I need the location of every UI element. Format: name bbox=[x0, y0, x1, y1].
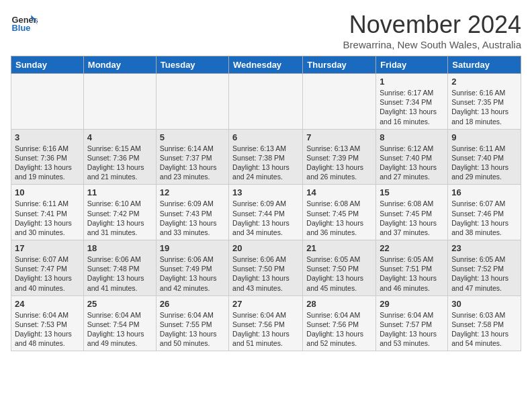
calendar-cell bbox=[229, 74, 303, 130]
day-info: Sunrise: 6:09 AM Sunset: 7:44 PM Dayligh… bbox=[232, 199, 299, 237]
day-info: Sunrise: 6:05 AM Sunset: 7:50 PM Dayligh… bbox=[306, 255, 372, 293]
day-info: Sunrise: 6:16 AM Sunset: 7:35 PM Dayligh… bbox=[451, 88, 517, 126]
calendar-cell: 28Sunrise: 6:04 AM Sunset: 7:56 PM Dayli… bbox=[303, 295, 376, 351]
calendar-cell: 18Sunrise: 6:06 AM Sunset: 7:48 PM Dayli… bbox=[83, 240, 156, 296]
day-number: 26 bbox=[160, 299, 225, 309]
calendar-cell: 26Sunrise: 6:04 AM Sunset: 7:55 PM Dayli… bbox=[156, 295, 228, 351]
calendar-cell: 1Sunrise: 6:17 AM Sunset: 7:34 PM Daylig… bbox=[376, 74, 448, 130]
day-info: Sunrise: 6:13 AM Sunset: 7:38 PM Dayligh… bbox=[232, 144, 299, 182]
calendar-cell: 25Sunrise: 6:04 AM Sunset: 7:54 PM Dayli… bbox=[83, 295, 156, 351]
calendar-cell: 21Sunrise: 6:05 AM Sunset: 7:50 PM Dayli… bbox=[303, 240, 376, 296]
calendar-cell bbox=[11, 74, 84, 130]
day-info: Sunrise: 6:04 AM Sunset: 7:54 PM Dayligh… bbox=[87, 310, 152, 349]
calendar-cell: 20Sunrise: 6:06 AM Sunset: 7:50 PM Dayli… bbox=[229, 240, 303, 296]
day-number: 5 bbox=[160, 132, 225, 142]
day-info: Sunrise: 6:17 AM Sunset: 7:34 PM Dayligh… bbox=[380, 88, 444, 126]
day-header-thursday: Thursday bbox=[303, 56, 376, 74]
day-info: Sunrise: 6:15 AM Sunset: 7:36 PM Dayligh… bbox=[87, 144, 152, 182]
day-number: 2 bbox=[451, 77, 517, 87]
day-number: 21 bbox=[306, 243, 372, 253]
day-number: 10 bbox=[15, 187, 80, 197]
calendar-cell: 7Sunrise: 6:13 AM Sunset: 7:39 PM Daylig… bbox=[303, 129, 376, 185]
day-number: 15 bbox=[380, 187, 444, 197]
day-info: Sunrise: 6:04 AM Sunset: 7:56 PM Dayligh… bbox=[232, 310, 299, 349]
calendar-cell: 11Sunrise: 6:10 AM Sunset: 7:42 PM Dayli… bbox=[83, 185, 156, 240]
calendar-cell: 24Sunrise: 6:04 AM Sunset: 7:53 PM Dayli… bbox=[11, 295, 84, 351]
day-number: 9 bbox=[451, 132, 517, 142]
calendar-cell: 6Sunrise: 6:13 AM Sunset: 7:38 PM Daylig… bbox=[229, 129, 303, 185]
day-info: Sunrise: 6:14 AM Sunset: 7:37 PM Dayligh… bbox=[160, 144, 225, 182]
day-info: Sunrise: 6:04 AM Sunset: 7:57 PM Dayligh… bbox=[380, 310, 444, 349]
day-info: Sunrise: 6:03 AM Sunset: 7:58 PM Dayligh… bbox=[451, 310, 517, 349]
day-number: 3 bbox=[15, 132, 80, 142]
day-number: 7 bbox=[306, 132, 372, 142]
day-number: 18 bbox=[87, 243, 152, 253]
day-info: Sunrise: 6:05 AM Sunset: 7:52 PM Dayligh… bbox=[451, 255, 517, 293]
calendar-cell: 30Sunrise: 6:03 AM Sunset: 7:58 PM Dayli… bbox=[448, 295, 521, 351]
calendar-cell: 15Sunrise: 6:08 AM Sunset: 7:45 PM Dayli… bbox=[376, 185, 448, 240]
day-header-wednesday: Wednesday bbox=[229, 56, 303, 74]
day-number: 28 bbox=[306, 299, 372, 309]
day-info: Sunrise: 6:04 AM Sunset: 7:56 PM Dayligh… bbox=[306, 310, 372, 349]
calendar-table: SundayMondayTuesdayWednesdayThursdayFrid… bbox=[11, 56, 521, 351]
day-number: 13 bbox=[232, 187, 299, 197]
day-info: Sunrise: 6:08 AM Sunset: 7:45 PM Dayligh… bbox=[380, 199, 444, 237]
day-number: 16 bbox=[451, 187, 517, 197]
calendar-cell bbox=[156, 74, 228, 130]
day-info: Sunrise: 6:06 AM Sunset: 7:50 PM Dayligh… bbox=[232, 255, 299, 293]
day-number: 25 bbox=[87, 299, 152, 309]
calendar-cell: 19Sunrise: 6:06 AM Sunset: 7:49 PM Dayli… bbox=[156, 240, 228, 296]
calendar-cell: 10Sunrise: 6:11 AM Sunset: 7:41 PM Dayli… bbox=[11, 185, 84, 240]
day-number: 8 bbox=[380, 132, 444, 142]
calendar-cell: 27Sunrise: 6:04 AM Sunset: 7:56 PM Dayli… bbox=[229, 295, 303, 351]
day-info: Sunrise: 6:04 AM Sunset: 7:55 PM Dayligh… bbox=[160, 310, 225, 349]
day-info: Sunrise: 6:06 AM Sunset: 7:49 PM Dayligh… bbox=[160, 255, 225, 293]
logo-icon: General Blue bbox=[11, 11, 38, 38]
day-info: Sunrise: 6:08 AM Sunset: 7:45 PM Dayligh… bbox=[306, 199, 372, 237]
calendar-week-row: 10Sunrise: 6:11 AM Sunset: 7:41 PM Dayli… bbox=[11, 185, 521, 240]
day-number: 19 bbox=[160, 243, 225, 253]
day-number: 14 bbox=[306, 187, 372, 197]
day-number: 24 bbox=[15, 299, 80, 309]
calendar-cell bbox=[83, 74, 156, 130]
day-number: 20 bbox=[232, 243, 299, 253]
day-number: 4 bbox=[87, 132, 152, 142]
day-number: 12 bbox=[160, 187, 225, 197]
page-header: General Blue November 2024 Brewarrina, N… bbox=[11, 11, 521, 50]
calendar-week-row: 24Sunrise: 6:04 AM Sunset: 7:53 PM Dayli… bbox=[11, 295, 521, 351]
day-number: 29 bbox=[380, 299, 444, 309]
day-number: 1 bbox=[380, 77, 444, 87]
calendar-cell: 16Sunrise: 6:07 AM Sunset: 7:46 PM Dayli… bbox=[448, 185, 521, 240]
day-info: Sunrise: 6:09 AM Sunset: 7:43 PM Dayligh… bbox=[160, 199, 225, 237]
calendar-cell: 4Sunrise: 6:15 AM Sunset: 7:36 PM Daylig… bbox=[83, 129, 156, 185]
day-number: 17 bbox=[15, 243, 80, 253]
calendar-cell: 22Sunrise: 6:05 AM Sunset: 7:51 PM Dayli… bbox=[376, 240, 448, 296]
calendar-week-row: 3Sunrise: 6:16 AM Sunset: 7:36 PM Daylig… bbox=[11, 129, 521, 185]
calendar-cell bbox=[303, 74, 376, 130]
calendar-cell: 14Sunrise: 6:08 AM Sunset: 7:45 PM Dayli… bbox=[303, 185, 376, 240]
month-title: November 2024 bbox=[343, 11, 521, 39]
calendar-cell: 17Sunrise: 6:07 AM Sunset: 7:47 PM Dayli… bbox=[11, 240, 84, 296]
calendar-week-row: 1Sunrise: 6:17 AM Sunset: 7:34 PM Daylig… bbox=[11, 74, 521, 130]
day-number: 22 bbox=[380, 243, 444, 253]
day-info: Sunrise: 6:04 AM Sunset: 7:53 PM Dayligh… bbox=[15, 310, 80, 349]
day-info: Sunrise: 6:06 AM Sunset: 7:48 PM Dayligh… bbox=[87, 255, 152, 293]
day-number: 11 bbox=[87, 187, 152, 197]
calendar-header-row: SundayMondayTuesdayWednesdayThursdayFrid… bbox=[11, 56, 521, 74]
day-header-friday: Friday bbox=[376, 56, 448, 74]
day-info: Sunrise: 6:11 AM Sunset: 7:41 PM Dayligh… bbox=[15, 199, 80, 237]
svg-text:Blue: Blue bbox=[12, 23, 31, 33]
logo: General Blue bbox=[11, 11, 38, 38]
calendar-cell: 12Sunrise: 6:09 AM Sunset: 7:43 PM Dayli… bbox=[156, 185, 228, 240]
day-header-saturday: Saturday bbox=[448, 56, 521, 74]
title-area: November 2024 Brewarrina, New South Wale… bbox=[343, 11, 521, 50]
day-number: 27 bbox=[232, 299, 299, 309]
day-info: Sunrise: 6:12 AM Sunset: 7:40 PM Dayligh… bbox=[380, 144, 444, 182]
day-info: Sunrise: 6:16 AM Sunset: 7:36 PM Dayligh… bbox=[15, 144, 80, 182]
day-info: Sunrise: 6:07 AM Sunset: 7:46 PM Dayligh… bbox=[451, 199, 517, 237]
day-header-tuesday: Tuesday bbox=[156, 56, 228, 74]
calendar-cell: 29Sunrise: 6:04 AM Sunset: 7:57 PM Dayli… bbox=[376, 295, 448, 351]
calendar-cell: 9Sunrise: 6:11 AM Sunset: 7:40 PM Daylig… bbox=[448, 129, 521, 185]
day-info: Sunrise: 6:05 AM Sunset: 7:51 PM Dayligh… bbox=[380, 255, 444, 293]
day-number: 6 bbox=[232, 132, 299, 142]
